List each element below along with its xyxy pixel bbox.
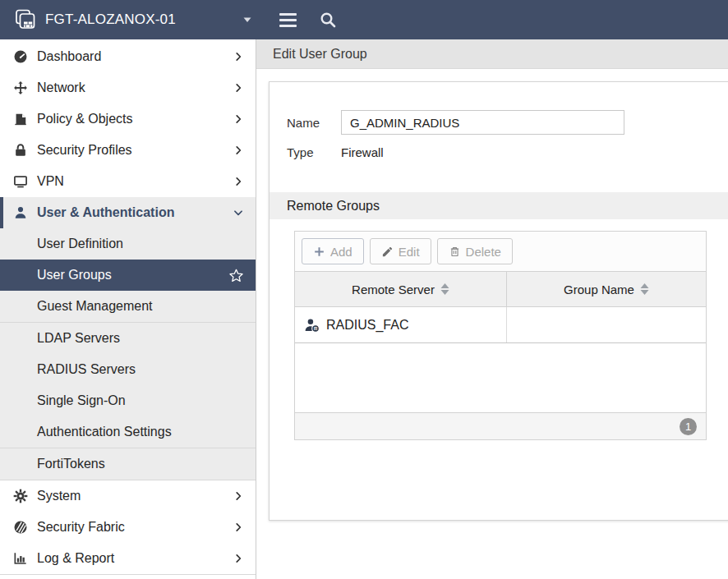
sidebar-divider: [0, 574, 256, 575]
sidebar-item-label: User & Authentication: [37, 205, 233, 220]
add-button[interactable]: Add: [302, 238, 364, 264]
type-label: Type: [287, 145, 341, 159]
table-empty-area: [295, 343, 706, 412]
sidebar-item-label: User Groups: [37, 268, 228, 283]
chevron-right-icon: [233, 176, 244, 187]
table-header-row: Remote Server Group Name: [295, 271, 706, 307]
add-button-label: Add: [330, 245, 352, 259]
sidebar-item-label: VPN: [37, 174, 233, 189]
sidebar-item-guest-management[interactable]: Guest Management: [0, 291, 256, 322]
type-form-row: Type Firewall: [287, 145, 728, 159]
table-footer: 1: [295, 412, 706, 439]
name-label: Name: [287, 116, 341, 130]
sidebar-item-user-groups[interactable]: User Groups: [0, 260, 256, 291]
sidebar-item-fortitokens[interactable]: FortiTokens: [0, 448, 256, 480]
sidebar-item-label: RADIUS Servers: [37, 362, 244, 377]
section-title: Remote Groups: [287, 199, 380, 214]
name-form-row: Name: [287, 110, 728, 135]
column-header-remote-server[interactable]: Remote Server: [295, 272, 507, 306]
dashboard-icon: [12, 48, 30, 65]
sidebar-item-log-report[interactable]: Log & Report: [0, 543, 256, 574]
chevron-right-icon: [233, 82, 244, 94]
sidebar-item-system[interactable]: System: [0, 480, 256, 512]
sidebar-item-label: Log & Report: [37, 551, 233, 566]
sidebar-item-label: Security Profiles: [37, 143, 233, 158]
remote-groups-section-header: Remote Groups: [270, 192, 728, 219]
type-value: Firewall: [341, 145, 384, 159]
sidebar-item-network[interactable]: Network: [0, 72, 256, 103]
sidebar-item-radius-servers[interactable]: RADIUS Servers: [0, 354, 256, 385]
chevron-right-icon: [233, 51, 244, 62]
column-header-group-name[interactable]: Group Name: [507, 272, 706, 306]
edit-button-label: Edit: [399, 245, 420, 259]
chevron-right-icon: [233, 490, 244, 502]
sidebar-item-label: User Definition: [37, 237, 244, 251]
chevron-down-icon: [233, 207, 244, 218]
favorite-star-icon[interactable]: [228, 268, 244, 283]
remote-groups-table: Add Edit Delete: [294, 231, 707, 440]
user-icon: [12, 204, 30, 221]
group-name-cell: [507, 307, 706, 342]
sidebar-item-user-authentication[interactable]: User & Authentication: [0, 197, 256, 228]
page-number-badge[interactable]: 1: [680, 418, 697, 435]
column-header-label: Remote Server: [352, 283, 435, 296]
fortigate-logo-icon: [13, 7, 38, 32]
sidebar-group-user-authentication: User & Authentication User Definition Us…: [0, 197, 256, 480]
sidebar-item-vpn[interactable]: VPN: [0, 166, 256, 197]
sidebar-item-security-profiles[interactable]: Security Profiles: [0, 135, 256, 166]
sidebar-item-label: LDAP Servers: [37, 331, 244, 346]
policy-objects-icon: [12, 111, 30, 127]
group-name-input[interactable]: [341, 110, 624, 135]
sidebar-item-authentication-settings[interactable]: Authentication Settings: [0, 416, 256, 448]
plus-icon: [313, 246, 325, 258]
sort-icon: [440, 283, 449, 295]
sidebar-item-single-sign-on[interactable]: Single Sign-On: [0, 385, 256, 416]
sidebar-item-policy-objects[interactable]: Policy & Objects: [0, 103, 256, 135]
sidebar-nav: Dashboard Network Policy & Objects: [0, 39, 256, 579]
bar-chart-icon: [12, 550, 30, 567]
edit-button[interactable]: Edit: [370, 238, 431, 264]
main-content: Edit User Group Name Type Firewall Remot…: [256, 39, 728, 579]
table-toolbar: Add Edit Delete: [295, 232, 706, 271]
sidebar-item-label: System: [37, 489, 233, 503]
sidebar-item-security-fabric[interactable]: Security Fabric: [0, 512, 256, 543]
sidebar-item-label: Dashboard: [37, 49, 233, 64]
monitor-icon: [12, 173, 30, 190]
sidebar-item-label: Authentication Settings: [37, 425, 244, 439]
sidebar-item-label: FortiTokens: [37, 457, 244, 471]
page-header: Edit User Group: [256, 39, 728, 69]
network-icon: [12, 80, 30, 96]
sidebar-item-dashboard[interactable]: Dashboard: [0, 41, 256, 72]
chevron-right-icon: [233, 553, 244, 564]
security-fabric-icon: [12, 519, 30, 535]
column-header-label: Group Name: [564, 283, 634, 296]
sort-icon: [640, 283, 649, 295]
sidebar-item-label: Security Fabric: [37, 520, 233, 535]
top-bar: FGT-ALOZANOX-01: [0, 0, 728, 39]
sidebar-item-label: Network: [37, 80, 233, 95]
delete-button-label: Delete: [466, 245, 501, 259]
delete-button[interactable]: Delete: [437, 238, 513, 264]
chevron-right-icon: [233, 113, 244, 125]
search-icon[interactable]: [318, 10, 338, 30]
gear-icon: [12, 488, 30, 504]
device-name: FGT-ALOZANOX-01: [45, 11, 176, 28]
menu-toggle-icon[interactable]: [279, 13, 297, 27]
chevron-right-icon: [233, 522, 244, 533]
sidebar-item-label: Single Sign-On: [37, 393, 244, 408]
edit-user-group-panel: Name Type Firewall Remote Groups: [269, 81, 728, 521]
trash-icon: [449, 246, 461, 258]
chevron-right-icon: [233, 145, 244, 156]
sidebar-item-user-definition[interactable]: User Definition: [0, 228, 256, 260]
pencil-icon: [381, 246, 394, 258]
table-row[interactable]: R RADIUS_FAC: [295, 307, 706, 343]
sidebar-item-ldap-servers[interactable]: LDAP Servers: [0, 323, 256, 354]
remote-server-cell: R RADIUS_FAC: [295, 307, 507, 342]
lock-icon: [12, 142, 30, 159]
radius-user-icon: R: [304, 317, 320, 333]
device-dropdown-caret-icon[interactable]: [242, 14, 253, 25]
remote-server-value: RADIUS_FAC: [326, 318, 408, 333]
page-title: Edit User Group: [273, 47, 367, 62]
sidebar-item-label: Guest Management: [37, 299, 244, 314]
sidebar-item-label: Policy & Objects: [37, 112, 233, 126]
